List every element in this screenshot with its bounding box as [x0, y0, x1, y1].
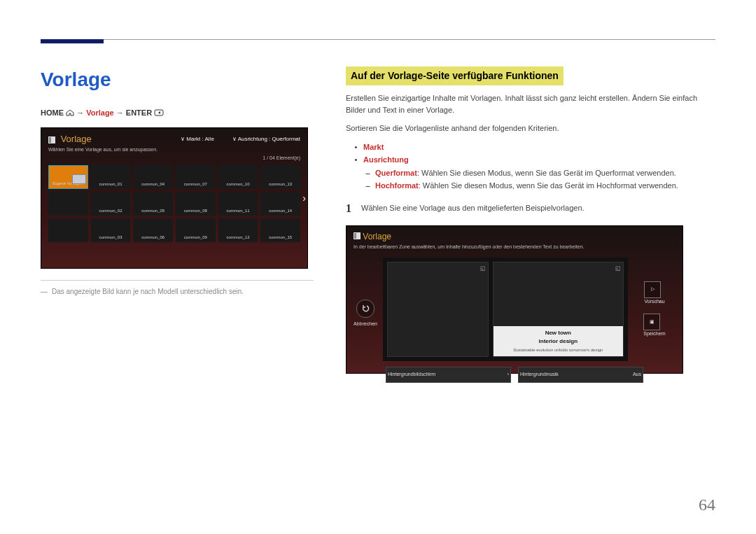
divider: [41, 280, 314, 281]
filter-orientation: ∨ Ausrichtung : Querformat: [232, 135, 300, 143]
editor-title-row: Vorlage: [354, 230, 391, 243]
model-note: ―Das angezeigte Bild kann je nach Modell…: [41, 286, 314, 297]
template-cell: common_04: [133, 165, 173, 189]
template-cell: common_07: [176, 165, 216, 189]
editor-canvas: ◱ ◱ New town interior design Sustainable…: [383, 258, 628, 361]
panel-title: Vorlage: [61, 134, 92, 144]
template-cell: common_11: [218, 192, 258, 216]
cancel-label: Abbrechen: [354, 321, 377, 328]
caption-line-2: interior design: [495, 337, 622, 346]
template-cell: common_14: [260, 192, 300, 216]
header-rule: [41, 39, 715, 40]
right-column: Auf der Vorlage-Seite verfügbare Funktio…: [346, 61, 715, 374]
bullet-querformat: ‒Querformat: Wählen Sie diesen Modus, we…: [365, 167, 715, 179]
breadcrumb-vorlage: Vorlage: [86, 108, 114, 117]
filter-market: ∨ Markt : Alle: [181, 135, 214, 143]
breadcrumb-arrow-1: →: [76, 108, 84, 117]
editor-subtitle: In der bearbeitbaren Zone auswählen, um …: [346, 243, 682, 255]
template-cell: common_08: [176, 192, 216, 216]
template-cell: [48, 218, 88, 242]
bullet-ausrichtung: •Ausrichtung: [354, 154, 715, 166]
footer-bg-screen: Hintergrundbildschirm›: [386, 367, 511, 383]
step-1: 1 Wählen Sie eine Vorlage aus den mitgel…: [346, 200, 715, 217]
chevron-right-icon: ›: [507, 371, 509, 379]
template-cell: common_01: [91, 165, 131, 189]
next-page-icon: ›: [302, 191, 306, 206]
template-cell: common_10: [218, 165, 258, 189]
template-cell: common_05: [133, 192, 173, 216]
preview-icon: ▷: [644, 281, 661, 298]
image-placeholder-icon: ◱: [480, 265, 486, 273]
chevron-down-icon: ∨: [232, 136, 237, 142]
step-1-text: Wählen Sie eine Vorlage aus den mitgelie…: [361, 200, 584, 217]
panel-count: 1 / 04 Element(e): [41, 155, 307, 162]
page-title: Vorlage: [41, 65, 314, 94]
paragraph-sort: Sortieren Sie die Vorlagenliste anhand d…: [346, 122, 715, 134]
panel-subtitle: Wählen Sie eine Vorlage aus, um sie anzu…: [41, 146, 307, 155]
section-heading: Auf der Vorlage-Seite verfügbare Funktio…: [346, 66, 564, 85]
caption-line-1: New town: [545, 330, 571, 336]
editor-right-actions: ▷ Vorschau ▣ Speichern: [634, 258, 676, 361]
breadcrumb-home: HOME: [41, 108, 64, 117]
save-icon: ▣: [643, 314, 660, 330]
footer-bg-music: HintergrundmusikAus: [518, 367, 643, 383]
preview-label: Vorschau: [644, 298, 664, 306]
template-cell: common_02: [91, 192, 131, 216]
template-cell: common_06: [133, 218, 173, 242]
editor-footer: Hintergrundbildschirm› HintergrundmusikA…: [346, 361, 682, 383]
image-placeholder-icon: ◱: [615, 265, 621, 273]
template-cell: common_03: [91, 218, 131, 242]
editor-slot-1: ◱: [387, 262, 489, 357]
template-icon: [48, 136, 55, 143]
caption-line-3: Sustainable evolution unfolds tomorrow's…: [495, 347, 622, 353]
enter-icon: [154, 108, 164, 120]
template-cell: common_12: [218, 218, 258, 242]
template-cell: common_15: [260, 218, 300, 242]
paragraph-intro: Erstellen Sie einzigartige Inhalte mit V…: [346, 92, 715, 115]
editor-left-actions: Abbrechen: [354, 300, 377, 361]
bullet-markt: •Markt: [354, 141, 715, 153]
svg-rect-4: [354, 233, 356, 239]
template-editor-screenshot: Vorlage In der bearbeitbaren Zone auswäh…: [346, 225, 683, 374]
back-icon: [356, 300, 374, 318]
chevron-down-icon: ∨: [181, 136, 185, 142]
editor-title: Vorlage: [363, 232, 391, 241]
template-cell-own: Eigene Vorlagen: [48, 165, 88, 189]
breadcrumb-enter: ENTER: [126, 108, 152, 117]
template-grid: Eigene Vorlagen common_01 common_04 comm…: [41, 162, 307, 245]
step-1-number: 1: [346, 200, 351, 217]
bullet-hochformat: ‒Hochformat: Wählen Sie diesen Modus, we…: [365, 180, 715, 192]
template-browser-screenshot: Vorlage ∨ Markt : Alle ∨ Ausrichtung : Q…: [41, 127, 308, 269]
page-number: 64: [699, 492, 715, 517]
header-accent-bar: [41, 39, 104, 43]
save-label: Speichern: [643, 330, 666, 338]
panel-title-row: Vorlage: [48, 132, 92, 146]
home-icon: [66, 108, 74, 120]
breadcrumb-arrow-2: →: [116, 108, 124, 117]
svg-rect-2: [49, 137, 51, 143]
template-icon: [354, 232, 360, 239]
breadcrumb: HOME → Vorlage → ENTER: [41, 107, 314, 119]
editor-caption: New town interior design Sustainable evo…: [493, 326, 623, 356]
template-cell: common_09: [176, 218, 216, 242]
left-column: Vorlage HOME → Vorlage → ENTER Vor: [41, 61, 314, 374]
template-cell: common_13: [260, 165, 300, 189]
template-cell: [48, 192, 88, 216]
editor-slot-2: ◱ New town interior design Sustainable e…: [493, 262, 624, 357]
